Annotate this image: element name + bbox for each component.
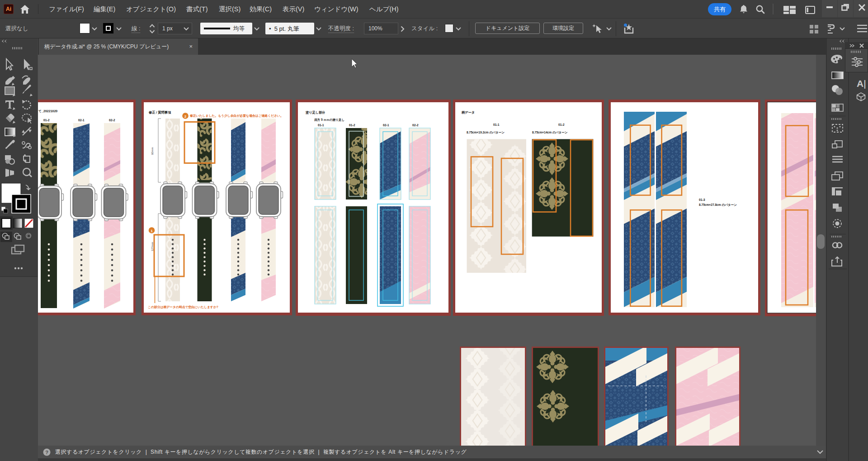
svg-text:1: 1 xyxy=(151,229,153,233)
svg-text:修正 / 質問事項: 修正 / 質問事項 xyxy=(148,110,171,114)
svg-text:02-1: 02-1 xyxy=(383,124,389,127)
svg-text:柄データ: 柄データ xyxy=(461,110,475,114)
svg-text:127mm: 127mm xyxy=(151,242,154,252)
svg-text:て_20221020: て_20221020 xyxy=(38,109,57,113)
svg-text:01-2: 01-2 xyxy=(43,119,50,122)
svg-text:この部分は柄データの時点で空白にいたしますか?: この部分は柄データの時点で空白にいたしますか? xyxy=(148,305,218,309)
svg-text:02-2: 02-2 xyxy=(109,119,115,122)
svg-text:02-2: 02-2 xyxy=(412,124,419,127)
svg-text:2: 2 xyxy=(184,114,187,119)
svg-text:02-1: 02-1 xyxy=(78,119,85,122)
svg-text:8.75cm×19.2cm のパターン: 8.75cm×19.2cm のパターン xyxy=(467,131,505,134)
svg-text:四方 5 ｍｍの塗り足し: 四方 5 ｍｍの塗り足し xyxy=(314,118,344,122)
svg-text:01-1: 01-1 xyxy=(318,124,324,127)
svg-text:塗り足し部分: 塗り足し部分 xyxy=(305,110,325,114)
svg-text:01-3: 01-3 xyxy=(699,198,705,201)
svg-text:92mm: 92mm xyxy=(151,147,154,155)
svg-text:01-2: 01-2 xyxy=(349,124,355,127)
svg-text:8.75cm×14cm のパターン: 8.75cm×14cm のパターン xyxy=(532,131,568,134)
svg-text:8.75cm×27.8cm のパターン: 8.75cm×27.8cm のパターン xyxy=(699,203,737,207)
svg-text:?: ? xyxy=(45,450,48,455)
svg-text:01-2: 01-2 xyxy=(558,123,565,126)
svg-text:01-1: 01-1 xyxy=(493,123,500,126)
svg-text:修正いたしました。もう少し余白が必要な場合はご連絡ください。: 修正いたしました。もう少し余白が必要な場合はご連絡ください。 xyxy=(189,114,283,118)
